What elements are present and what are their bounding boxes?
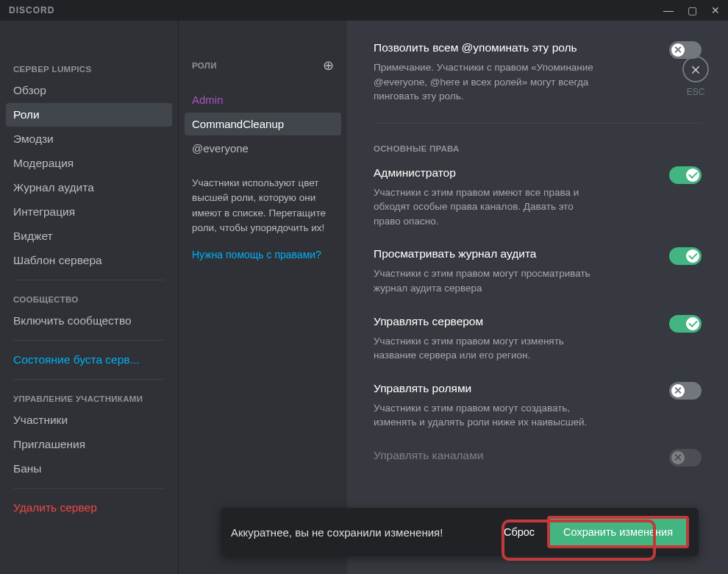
sidebar-item-server-template[interactable]: Шаблон сервера: [6, 249, 172, 272]
perm-title: Управлять сервером: [374, 315, 602, 328]
sidebar-item-audit-log[interactable]: Журнал аудита: [6, 176, 172, 199]
roles-reorder-hint: Участники используют цвет высшей роли, к…: [192, 176, 334, 235]
sidebar-item-roles[interactable]: Роли: [6, 103, 172, 127]
maximize-icon[interactable]: ▢: [685, 4, 699, 16]
perm-title: Позволить всем @упоминать эту роль: [374, 41, 602, 54]
perm-title: Управлять каналами: [374, 449, 483, 462]
perm-manage-roles: Управлять ролями Участники с этим правом…: [374, 382, 702, 430]
roles-header-label: РОЛИ: [192, 61, 217, 70]
sidebar-item-delete-server[interactable]: Удалить сервер: [6, 496, 172, 520]
close-window-icon[interactable]: ✕: [709, 4, 722, 16]
sidebar-item-moderation[interactable]: Модерация: [6, 152, 172, 175]
sidebar-item-boost-status[interactable]: Состояние буста серв...: [6, 348, 172, 372]
roles-help-link[interactable]: Нужна помощь с правами?: [192, 249, 334, 261]
toggle-manage-server[interactable]: [669, 315, 702, 333]
role-item-everyone[interactable]: @everyone: [185, 137, 341, 160]
window-controls: — ▢ ✕: [662, 4, 722, 16]
close-settings: ESC: [682, 56, 709, 97]
toggle-manage-roles[interactable]: [669, 382, 702, 400]
role-item-admin[interactable]: Admin: [185, 88, 341, 111]
perm-title: Управлять ролями: [374, 382, 602, 395]
role-item-commandcleanup[interactable]: CommandCleanup: [185, 113, 341, 135]
sidebar-category-server: СЕРВЕР LUMPICS: [6, 57, 172, 78]
save-changes-button[interactable]: Сохранить изменения: [548, 517, 688, 548]
roles-list-column: РОЛИ ⊕ Admin CommandCleanup @everyone Уч…: [178, 21, 347, 574]
unsaved-changes-bar: Аккуратнее, вы не сохранили изменения! С…: [221, 508, 699, 556]
sidebar-item-enable-community[interactable]: Включить сообщество: [6, 309, 172, 333]
toggle-view-audit-log[interactable]: [669, 247, 702, 265]
sidebar-item-bans[interactable]: Баны: [6, 457, 172, 481]
add-role-icon[interactable]: ⊕: [323, 57, 334, 74]
reset-button[interactable]: Сброс: [501, 526, 538, 538]
settings-sidebar: СЕРВЕР LUMPICS Обзор Роли Эмодзи Модерац…: [0, 21, 178, 574]
sidebar-item-invites[interactable]: Приглашения: [6, 433, 172, 456]
perm-title: Просматривать журнал аудита: [374, 247, 602, 261]
perm-view-audit-log: Просматривать журнал аудита Участники с …: [374, 247, 702, 295]
perm-desc: Примечание. Участники с правом «Упоминан…: [374, 60, 602, 104]
sidebar-item-integrations[interactable]: Интеграция: [6, 200, 172, 224]
close-icon: [690, 63, 702, 75]
sidebar-item-members[interactable]: Участники: [6, 408, 172, 432]
sidebar-category-member-management: УПРАВЛЕНИЕ УЧАСТНИКАМИ: [6, 387, 172, 408]
perm-administrator: Администратор Участники с этим правом им…: [374, 166, 702, 229]
sidebar-divider: [13, 379, 165, 380]
esc-label: ESC: [682, 87, 709, 97]
permissions-section-title: ОСНОВНЫЕ ПРАВА: [374, 144, 702, 153]
unsaved-message: Аккуратнее, вы не сохранили изменения!: [231, 526, 490, 539]
window-titlebar: DISCORD — ▢ ✕: [0, 0, 728, 21]
perm-desc: Участники с этим правом могут создавать,…: [374, 401, 602, 430]
app-brand: DISCORD: [9, 5, 54, 15]
perm-title: Администратор: [374, 166, 602, 180]
perm-desc: Участники с этим правом могут изменять н…: [374, 334, 602, 363]
sidebar-category-community: СООБЩЕСТВО: [6, 288, 172, 308]
roles-header: РОЛИ ⊕: [192, 57, 334, 74]
toggle-manage-channels[interactable]: [669, 449, 702, 467]
perm-allow-mention: Позволить всем @упоминать эту роль Приме…: [374, 41, 702, 104]
sidebar-divider: [13, 488, 165, 489]
close-settings-button[interactable]: [682, 56, 709, 82]
minimize-icon[interactable]: —: [662, 4, 675, 16]
section-divider: [374, 123, 702, 124]
perm-manage-channels: Управлять каналами: [374, 449, 702, 468]
sidebar-divider: [13, 340, 165, 341]
sidebar-item-overview[interactable]: Обзор: [6, 79, 172, 102]
role-permissions-panel: Позволить всем @упоминать эту роль Приме…: [347, 21, 728, 574]
perm-desc: Участники с этим правом имеют все права …: [374, 185, 602, 229]
sidebar-item-widget[interactable]: Виджет: [6, 224, 172, 248]
perm-desc: Участники с этим правом могут просматрив…: [374, 266, 602, 295]
toggle-administrator[interactable]: [669, 166, 702, 184]
perm-manage-server: Управлять сервером Участники с этим прав…: [374, 315, 702, 363]
sidebar-item-emoji[interactable]: Эмодзи: [6, 127, 172, 151]
sidebar-divider: [13, 280, 165, 280]
